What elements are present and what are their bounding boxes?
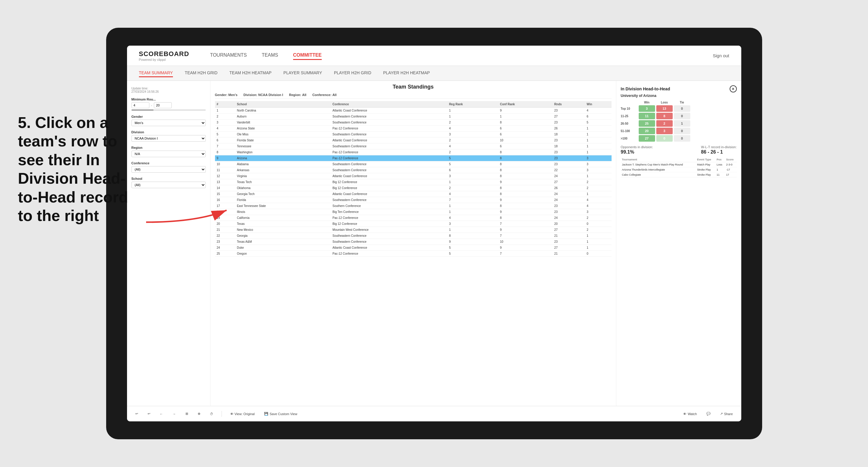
table-row[interactable]: 6 Florida State Atlantic Coast Conferenc… <box>215 137 612 144</box>
nav-tournaments[interactable]: TOURNAMENTS <box>210 51 247 60</box>
cell-win: 3 <box>585 161 612 167</box>
forward-button[interactable]: → <box>170 411 178 417</box>
sub-nav-player-summary[interactable]: PLAYER SUMMARY <box>284 69 322 77</box>
cell-win: 1 <box>585 245 612 251</box>
opponents-section: Opponents in division: 99.1% W-L-T recor… <box>621 145 737 155</box>
cell-school: Tennessee <box>235 144 331 149</box>
table-row[interactable]: 15 Georgia Tech Atlantic Coast Conferenc… <box>215 191 612 197</box>
cell-conf-rank: 9 <box>498 197 553 203</box>
table-row[interactable]: 9 Arizona Pac-12 Conference 5 8 23 3 <box>215 155 612 161</box>
table-row[interactable]: 21 New Mexico Mountain West Conference 1… <box>215 227 612 233</box>
table-row[interactable]: 16 Florida Southeastern Conference 7 9 2… <box>215 197 612 203</box>
cell-school: Georgia <box>235 233 331 239</box>
clock-button[interactable]: ⏱ <box>208 411 216 417</box>
cell-rnds: 23 <box>553 161 585 167</box>
sub-nav-team-summary[interactable]: TEAM SUMMARY <box>139 69 173 77</box>
comment-button[interactable]: 💬 <box>704 411 713 417</box>
table-row[interactable]: 3 Vanderbilt Southeastern Conference 2 8… <box>215 120 612 126</box>
tournament-name: Arizona Thunderbirds Intercollegiate <box>621 167 696 173</box>
h2h-row-label: >100 <box>621 137 638 140</box>
undo-button[interactable]: ↩ <box>133 411 141 417</box>
tournament-row: Jackson T. Stephens Cup Men's Match-Play… <box>621 162 737 167</box>
cell-conference: Southern Conference <box>331 203 447 209</box>
logo: SCOREBOARD Powered by clippd <box>139 50 189 61</box>
cell-conf-rank: 8 <box>498 191 553 197</box>
table-row[interactable]: 8 Washington Pac-12 Conference 2 8 23 1 <box>215 149 612 155</box>
tournament-pos: Loss <box>715 162 725 167</box>
sub-nav-team-h2h-grid[interactable]: TEAM H2H GRID <box>185 69 218 77</box>
tournament-score: -17 <box>725 167 737 173</box>
table-row[interactable]: 12 Virginia Atlantic Coast Conference 3 … <box>215 173 612 179</box>
h2h-row: Top 10 3 13 0 <box>621 105 737 112</box>
cell-conference: Pac-12 Conference <box>331 155 447 161</box>
minimum-rounds-filter: Minimum Rou... - <box>131 97 206 111</box>
table-row[interactable]: 7 Tennessee Southeastern Conference 4 6 … <box>215 144 612 149</box>
wlt-block: W-L-T record in-division: 86 - 26 - 1 <box>701 145 737 155</box>
min-rounds-input[interactable] <box>131 102 149 108</box>
table-row[interactable]: 25 Oregon Pac-12 Conference 5 7 21 0 <box>215 251 612 257</box>
tournament-col-score: Score <box>725 157 737 162</box>
h2h-tie-cell: 1 <box>674 120 690 127</box>
conference-label: Conference: All <box>312 93 336 97</box>
table-row[interactable]: 23 Texas A&M Southeastern Conference 9 1… <box>215 239 612 245</box>
cell-reg-rank: 4 <box>447 144 498 149</box>
table-row[interactable]: 1 North Carolina Atlantic Coast Conferen… <box>215 108 612 114</box>
cell-reg-rank: 9 <box>447 239 498 245</box>
table-row[interactable]: 2 Auburn Southeastern Conference 1 1 27 … <box>215 114 612 120</box>
sub-nav-team-h2h-heatmap[interactable]: TEAM H2H HEATMAP <box>229 69 271 77</box>
col-school: School <box>235 101 331 108</box>
watch-button[interactable]: 👁 Watch <box>681 411 699 417</box>
table-row[interactable]: 10 Alabama Southeastern Conference 5 8 2… <box>215 161 612 167</box>
cell-reg-rank: 2 <box>447 137 498 144</box>
cell-reg-rank: 4 <box>447 126 498 131</box>
nav-teams[interactable]: TEAMS <box>262 51 278 60</box>
table-row[interactable]: 17 East Tennessee State Southern Confere… <box>215 203 612 209</box>
table-row[interactable]: 4 Arizona State Pac-12 Conference 4 6 26… <box>215 126 612 131</box>
cell-reg-rank: 4 <box>447 191 498 197</box>
h2h-win-cell: 3 <box>639 105 655 112</box>
cell-win: 1 <box>585 131 612 137</box>
cell-win: 1 <box>585 191 612 197</box>
table-row[interactable]: 14 Oklahoma Big 12 Conference 2 8 26 2 <box>215 185 612 191</box>
cell-win: 0 <box>585 221 612 227</box>
back-button[interactable]: ← <box>157 411 165 417</box>
cell-rank: 11 <box>215 167 235 173</box>
table-row[interactable]: 20 Texas Big 12 Conference 3 7 20 0 <box>215 221 612 227</box>
rounds-slider[interactable] <box>131 110 206 111</box>
cell-win: 3 <box>585 155 612 161</box>
paste-button[interactable]: ⊕ <box>195 411 203 417</box>
sign-out[interactable]: Sign out <box>713 53 729 58</box>
view-original-button[interactable]: 👁 View: Original <box>228 411 257 417</box>
cell-rank: 6 <box>215 137 235 144</box>
table-row[interactable]: 24 Duke Atlantic Coast Conference 5 9 27… <box>215 245 612 251</box>
table-row[interactable]: 13 Texas Tech Big 12 Conference 1 9 27 2 <box>215 179 612 185</box>
cell-reg-rank: 1 <box>447 227 498 233</box>
h2h-close-button[interactable]: × <box>730 85 737 92</box>
cell-reg-rank: 2 <box>447 120 498 126</box>
h2h-win-cell: 25 <box>639 120 655 127</box>
table-row[interactable]: 22 Georgia Southeastern Conference 8 7 2… <box>215 233 612 239</box>
cell-school: Auburn <box>235 114 331 120</box>
cell-school: North Carolina <box>235 108 331 114</box>
table-row[interactable]: 5 Ole Miss Southeastern Conference 3 6 1… <box>215 131 612 137</box>
cell-win: 3 <box>585 209 612 215</box>
table-row[interactable]: 18 Illinois Big Ten Conference 1 9 23 3 <box>215 209 612 215</box>
table-row[interactable]: 11 Arkansas Southeastern Conference 6 8 … <box>215 167 612 173</box>
cell-rank: 5 <box>215 131 235 137</box>
save-custom-button[interactable]: 💾 Save Custom View <box>262 411 300 417</box>
h2h-rows: Top 10 3 13 0 11-25 11 8 0 26-50 25 2 1 … <box>621 105 737 142</box>
max-rounds-input[interactable] <box>154 102 172 108</box>
cell-conf-rank: 7 <box>498 251 553 257</box>
copy-button[interactable]: ⊞ <box>183 411 190 417</box>
redo-button[interactable]: ↩ <box>145 411 153 417</box>
cell-rank: 14 <box>215 185 235 191</box>
share-button[interactable]: ↗ Share <box>718 411 735 417</box>
sub-nav-player-h2h-heatmap[interactable]: PLAYER H2H HEATMAP <box>383 69 430 77</box>
cell-reg-rank: 1 <box>447 209 498 215</box>
table-row[interactable]: 19 California Pac-12 Conference 4 8 24 2 <box>215 215 612 221</box>
col-loss-label: Loss <box>656 101 673 104</box>
sub-nav-player-h2h-grid[interactable]: PLAYER H2H GRID <box>334 69 371 77</box>
nav-committee[interactable]: COMMITTEE <box>293 51 322 60</box>
cell-conference: Southeastern Conference <box>331 167 447 173</box>
cell-conference: Atlantic Coast Conference <box>331 173 447 179</box>
